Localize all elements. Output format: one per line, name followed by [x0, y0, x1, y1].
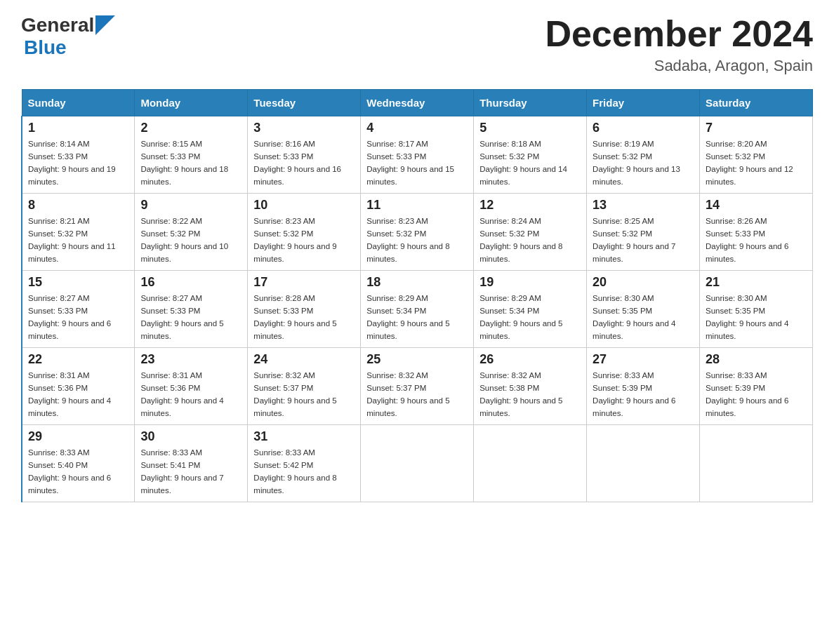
- day-info: Sunrise: 8:26 AMSunset: 5:33 PMDaylight:…: [706, 215, 807, 265]
- day-number: 23: [140, 352, 241, 367]
- calendar-cell: 17 Sunrise: 8:28 AMSunset: 5:33 PMDaylig…: [248, 271, 361, 348]
- calendar-cell: 28 Sunrise: 8:33 AMSunset: 5:39 PMDaylig…: [700, 348, 813, 425]
- day-info: Sunrise: 8:32 AMSunset: 5:38 PMDaylight:…: [479, 370, 581, 420]
- day-info: Sunrise: 8:19 AMSunset: 5:32 PMDaylight:…: [593, 138, 694, 188]
- calendar-table: Sunday Monday Tuesday Wednesday Thursday…: [21, 89, 813, 502]
- calendar-cell: 18 Sunrise: 8:29 AMSunset: 5:34 PMDaylig…: [361, 271, 474, 348]
- day-number: 25: [366, 352, 468, 367]
- day-number: 2: [140, 121, 241, 135]
- calendar-cell: 5 Sunrise: 8:18 AMSunset: 5:32 PMDayligh…: [474, 116, 587, 194]
- header-monday: Monday: [135, 90, 248, 116]
- calendar-cell: 3 Sunrise: 8:16 AMSunset: 5:33 PMDayligh…: [248, 116, 361, 194]
- day-number: 19: [479, 275, 581, 290]
- day-number: 12: [479, 198, 581, 213]
- day-info: Sunrise: 8:22 AMSunset: 5:32 PMDaylight:…: [140, 215, 241, 265]
- day-info: Sunrise: 8:31 AMSunset: 5:36 PMDaylight:…: [140, 370, 241, 420]
- calendar-cell: 26 Sunrise: 8:32 AMSunset: 5:38 PMDaylig…: [474, 348, 587, 425]
- day-info: Sunrise: 8:28 AMSunset: 5:33 PMDaylight:…: [253, 293, 355, 342]
- day-number: 7: [706, 121, 807, 135]
- header-saturday: Saturday: [700, 90, 813, 116]
- day-number: 26: [479, 352, 581, 367]
- day-info: Sunrise: 8:33 AMSunset: 5:39 PMDaylight:…: [706, 370, 807, 420]
- day-info: Sunrise: 8:31 AMSunset: 5:36 PMDaylight:…: [28, 370, 128, 420]
- logo: General Blue: [21, 14, 117, 59]
- day-info: Sunrise: 8:33 AMSunset: 5:41 PMDaylight:…: [140, 447, 241, 497]
- day-info: Sunrise: 8:23 AMSunset: 5:32 PMDaylight:…: [366, 215, 468, 265]
- title-section: December 2024 Sadaba, Aragon, Spain: [545, 14, 813, 75]
- day-info: Sunrise: 8:32 AMSunset: 5:37 PMDaylight:…: [253, 370, 355, 420]
- day-number: 20: [593, 275, 694, 290]
- day-number: 1: [28, 121, 128, 135]
- calendar-cell: [587, 425, 700, 502]
- calendar-cell: 19 Sunrise: 8:29 AMSunset: 5:34 PMDaylig…: [474, 271, 587, 348]
- header-tuesday: Tuesday: [248, 90, 361, 116]
- day-info: Sunrise: 8:18 AMSunset: 5:32 PMDaylight:…: [479, 138, 581, 188]
- calendar-week-2: 8 Sunrise: 8:21 AMSunset: 5:32 PMDayligh…: [22, 194, 813, 271]
- day-info: Sunrise: 8:23 AMSunset: 5:32 PMDaylight:…: [253, 215, 355, 265]
- day-number: 14: [706, 198, 807, 213]
- calendar-cell: 2 Sunrise: 8:15 AMSunset: 5:33 PMDayligh…: [135, 116, 248, 194]
- calendar-cell: 25 Sunrise: 8:32 AMSunset: 5:37 PMDaylig…: [361, 348, 474, 425]
- calendar-cell: 23 Sunrise: 8:31 AMSunset: 5:36 PMDaylig…: [135, 348, 248, 425]
- month-title: December 2024: [545, 14, 813, 54]
- header-friday: Friday: [587, 90, 700, 116]
- calendar-cell: 24 Sunrise: 8:32 AMSunset: 5:37 PMDaylig…: [248, 348, 361, 425]
- day-info: Sunrise: 8:21 AMSunset: 5:32 PMDaylight:…: [28, 215, 128, 265]
- calendar-cell: 9 Sunrise: 8:22 AMSunset: 5:32 PMDayligh…: [135, 194, 248, 271]
- location-subtitle: Sadaba, Aragon, Spain: [545, 57, 813, 75]
- day-number: 4: [366, 121, 468, 135]
- calendar-week-4: 22 Sunrise: 8:31 AMSunset: 5:36 PMDaylig…: [22, 348, 813, 425]
- calendar-week-3: 15 Sunrise: 8:27 AMSunset: 5:33 PMDaylig…: [22, 271, 813, 348]
- day-number: 13: [593, 198, 694, 213]
- day-number: 11: [366, 198, 468, 213]
- day-number: 8: [28, 198, 128, 213]
- day-number: 18: [366, 275, 468, 290]
- calendar-cell: 4 Sunrise: 8:17 AMSunset: 5:33 PMDayligh…: [361, 116, 474, 194]
- day-number: 16: [140, 275, 241, 290]
- day-number: 22: [28, 352, 128, 367]
- calendar-cell: 27 Sunrise: 8:33 AMSunset: 5:39 PMDaylig…: [587, 348, 700, 425]
- calendar-cell: 31 Sunrise: 8:33 AMSunset: 5:42 PMDaylig…: [248, 425, 361, 502]
- day-number: 6: [593, 121, 694, 135]
- logo-general-text: General: [21, 14, 94, 36]
- day-number: 15: [28, 275, 128, 290]
- calendar-cell: 10 Sunrise: 8:23 AMSunset: 5:32 PMDaylig…: [248, 194, 361, 271]
- day-number: 21: [706, 275, 807, 290]
- calendar-week-1: 1 Sunrise: 8:14 AMSunset: 5:33 PMDayligh…: [22, 116, 813, 194]
- logo-triangle-icon: [95, 15, 115, 35]
- day-number: 29: [28, 429, 128, 444]
- day-info: Sunrise: 8:27 AMSunset: 5:33 PMDaylight:…: [140, 293, 241, 342]
- calendar-header-row: Sunday Monday Tuesday Wednesday Thursday…: [22, 90, 813, 116]
- calendar-cell: 22 Sunrise: 8:31 AMSunset: 5:36 PMDaylig…: [22, 348, 135, 425]
- header-sunday: Sunday: [22, 90, 135, 116]
- calendar-cell: 30 Sunrise: 8:33 AMSunset: 5:41 PMDaylig…: [135, 425, 248, 502]
- calendar-cell: 11 Sunrise: 8:23 AMSunset: 5:32 PMDaylig…: [361, 194, 474, 271]
- calendar-cell: 16 Sunrise: 8:27 AMSunset: 5:33 PMDaylig…: [135, 271, 248, 348]
- day-number: 10: [253, 198, 355, 213]
- calendar-cell: 7 Sunrise: 8:20 AMSunset: 5:32 PMDayligh…: [700, 116, 813, 194]
- day-info: Sunrise: 8:20 AMSunset: 5:32 PMDaylight:…: [706, 138, 807, 188]
- header-thursday: Thursday: [474, 90, 587, 116]
- day-info: Sunrise: 8:30 AMSunset: 5:35 PMDaylight:…: [706, 293, 807, 342]
- calendar-cell: [700, 425, 813, 502]
- header-wednesday: Wednesday: [361, 90, 474, 116]
- day-info: Sunrise: 8:29 AMSunset: 5:34 PMDaylight:…: [479, 293, 581, 342]
- calendar-cell: [474, 425, 587, 502]
- calendar-cell: 1 Sunrise: 8:14 AMSunset: 5:33 PMDayligh…: [22, 116, 135, 194]
- day-number: 9: [140, 198, 241, 213]
- day-info: Sunrise: 8:25 AMSunset: 5:32 PMDaylight:…: [593, 215, 694, 265]
- day-number: 31: [253, 429, 355, 444]
- day-info: Sunrise: 8:16 AMSunset: 5:33 PMDaylight:…: [253, 138, 355, 188]
- calendar-cell: 13 Sunrise: 8:25 AMSunset: 5:32 PMDaylig…: [587, 194, 700, 271]
- calendar-cell: 21 Sunrise: 8:30 AMSunset: 5:35 PMDaylig…: [700, 271, 813, 348]
- calendar-cell: 6 Sunrise: 8:19 AMSunset: 5:32 PMDayligh…: [587, 116, 700, 194]
- calendar-cell: 14 Sunrise: 8:26 AMSunset: 5:33 PMDaylig…: [700, 194, 813, 271]
- day-number: 3: [253, 121, 355, 135]
- day-info: Sunrise: 8:33 AMSunset: 5:39 PMDaylight:…: [593, 370, 694, 420]
- day-number: 27: [593, 352, 694, 367]
- day-number: 30: [140, 429, 241, 444]
- calendar-cell: [361, 425, 474, 502]
- calendar-cell: 15 Sunrise: 8:27 AMSunset: 5:33 PMDaylig…: [22, 271, 135, 348]
- day-info: Sunrise: 8:32 AMSunset: 5:37 PMDaylight:…: [366, 370, 468, 420]
- day-info: Sunrise: 8:33 AMSunset: 5:42 PMDaylight:…: [253, 447, 355, 497]
